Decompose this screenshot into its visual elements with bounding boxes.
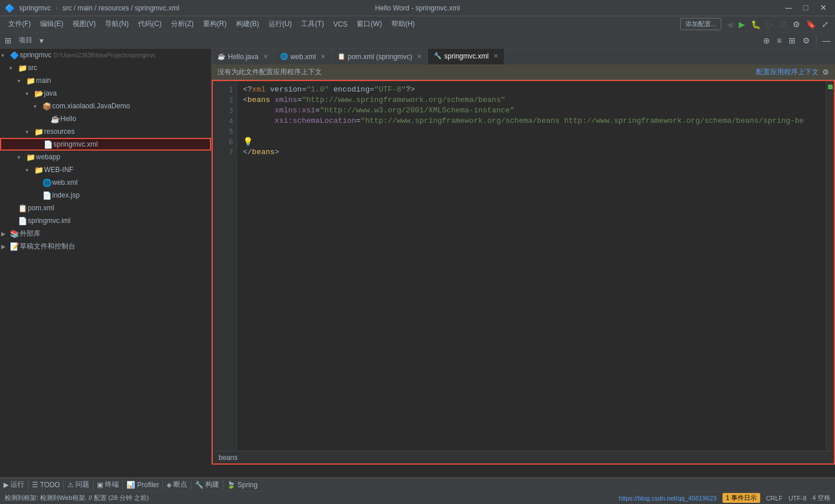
tab-close-icon[interactable]: ✕ — [493, 53, 498, 59]
indent-indicator[interactable]: 4 空格 — [812, 494, 830, 502]
code-line-6: 💡 — [243, 137, 820, 147]
tree-item-main[interactable]: ▾ 📁 main — [0, 74, 211, 87]
tree-item-pom[interactable]: ▾ 📋 pom.xml — [0, 202, 211, 214]
tree-item-iml[interactable]: ▾ 📄 springmvc.iml — [0, 214, 211, 227]
menu-item-build[interactable]: 构建(B) — [233, 18, 263, 30]
tree-item-webapp[interactable]: ▾ 📁 webapp — [0, 151, 211, 163]
tree-item-root[interactable]: ▾ 🔷 springmvc D:\Users\23638\IdeaProject… — [0, 49, 211, 61]
build-tool-button[interactable]: 🔧 构建 — [191, 478, 223, 492]
external-lib-icon: 📚 — [9, 229, 20, 238]
tree-item-scratch[interactable]: ▶ 📝 草稿文件和控制台 — [0, 240, 211, 253]
project-label: 项目 — [16, 35, 35, 45]
back-icon[interactable]: ◀ — [725, 19, 735, 30]
todo-button[interactable]: ☰ TODO — [28, 478, 63, 492]
title-bar-controls: ─ □ ✕ — [782, 3, 830, 13]
coverage-icon[interactable]: ▷ — [765, 19, 775, 30]
tab-close-icon[interactable]: ✕ — [263, 53, 268, 60]
tree-item-java[interactable]: ▾ 📂 java — [0, 87, 211, 100]
minimize-button[interactable]: ─ — [782, 3, 795, 13]
project-dropdown-icon[interactable]: ▾ — [37, 35, 46, 46]
tree-item-web-xml[interactable]: ▾ 🌐 web.xml — [0, 176, 211, 189]
run-tool-button[interactable]: ▶ 运行 — [0, 478, 28, 492]
tree-item-external-lib[interactable]: ▶ 📚 外部库 — [0, 227, 211, 240]
menu-item-refactor[interactable]: 重构(R) — [199, 18, 230, 30]
tab-pom-xml-label: pom.xml (springmvc) — [348, 53, 412, 61]
line-num-7: 7 — [213, 147, 233, 158]
tree-item-springmvc-xml[interactable]: ▾ 📄 springmvc.xml — [0, 138, 211, 151]
notification-badge[interactable]: 1 事件日示 — [723, 493, 760, 503]
spring-label: Spring — [237, 481, 257, 489]
menu-item-analyze[interactable]: 分析(Z) — [168, 18, 197, 30]
maximize-button[interactable]: □ — [800, 3, 812, 13]
new-file-icon[interactable]: ⊕ — [761, 35, 772, 46]
close-button[interactable]: ✕ — [816, 3, 830, 13]
tab-pom-xml[interactable]: 📋 pom.xml (springmvc) ✕ — [332, 49, 428, 64]
info-gear-icon[interactable]: ⚙ — [822, 68, 829, 76]
menu-item-vcs[interactable]: VCS — [330, 19, 351, 30]
profiler-button[interactable]: 📊 Profiler — [123, 478, 162, 492]
problems-button[interactable]: ⚠ 问题 — [64, 478, 93, 492]
tree-item-index-jsp[interactable]: ▾ 📄 index.jsp — [0, 189, 211, 202]
menu-item-code[interactable]: 代码(C) — [135, 18, 165, 30]
csdn-link[interactable]: https://blog.csdn.net/qq_45619623 — [619, 495, 717, 502]
collapse-all-icon[interactable]: ⊞ — [2, 35, 14, 46]
code-content[interactable]: <?xml version="1.0" encoding="UTF-8"?> <… — [237, 81, 826, 451]
menu-item-file[interactable]: 文件(F) — [5, 18, 34, 30]
tree-item-resources[interactable]: ▾ 📁 resources — [0, 125, 211, 138]
add-config-button[interactable]: 添加配置... — [680, 18, 721, 30]
tab-hello-java[interactable]: ☕ Hello.java ✕ — [212, 49, 274, 64]
terminal-button[interactable]: ▣ 终端 — [93, 478, 122, 492]
tree-item-webinf[interactable]: ▾ 📁 WEB-INF — [0, 163, 211, 176]
web-xml-label: web.xml — [52, 178, 78, 187]
xml-file-icon: 📄 — [43, 140, 53, 149]
more-run-icon[interactable]: ⚙ — [791, 19, 802, 30]
menu-item-help[interactable]: 帮助(H) — [388, 18, 419, 30]
main-layout: ▾ 🔷 springmvc D:\Users\23638\IdeaProject… — [0, 49, 835, 465]
tree-item-hello[interactable]: ▾ ☕ Hello — [0, 112, 211, 125]
breakpoints-button[interactable]: ◈ 断点 — [163, 478, 191, 492]
breakpoints-icon: ◈ — [166, 481, 172, 489]
status-left-text: 检测到框架: 检测到Web框架. // 配置 (28 分钟 之前) — [5, 494, 149, 502]
menu-item-window[interactable]: 窗口(W) — [353, 18, 385, 30]
encoding-indicator[interactable]: UTF-8 — [789, 495, 807, 502]
close-panel-icon[interactable]: — — [820, 35, 833, 46]
bookmark-icon[interactable]: 🔖 — [804, 19, 818, 30]
title-bar-left: 🔷 springmvc › src / main / resources / s… — [5, 3, 179, 13]
profiler-icon: 📊 — [126, 481, 135, 489]
menu-item-tools[interactable]: 工具(T) — [297, 18, 327, 30]
breadcrumb-app: springmvc — [19, 4, 51, 12]
xml-tab-icon: 🔧 — [434, 52, 442, 60]
profile-icon[interactable]: ⏱ — [777, 19, 789, 30]
tab-close-icon[interactable]: ✕ — [417, 53, 422, 60]
title-bar-title: Hello Word - springmvc.xml — [375, 4, 460, 12]
run-icon[interactable]: ▶ — [737, 19, 747, 30]
settings-icon[interactable]: ⚙ — [800, 35, 812, 46]
line-num-1: 1 — [213, 85, 233, 95]
tree-item-src[interactable]: ▾ 📁 src — [0, 61, 211, 74]
problems-icon: ⚠ — [67, 481, 74, 489]
tab-close-icon[interactable]: ✕ — [321, 53, 325, 60]
tree-item-package[interactable]: ▾ 📦 com.xiaolaodi.JavaDemo — [0, 100, 211, 112]
menu-item-edit[interactable]: 编辑(E) — [37, 18, 67, 30]
menu-item-run[interactable]: 运行(U) — [265, 18, 296, 30]
external-lib-label: 外部库 — [20, 229, 41, 239]
code-breadcrumb: beans — [213, 451, 834, 463]
tab-hello-java-label: Hello.java — [228, 53, 259, 61]
configure-context-link[interactable]: 配置应用程序上下文 — [756, 67, 819, 77]
code-line-1: <?xml version="1.0" encoding="UTF-8"?> — [243, 85, 820, 95]
code-editor[interactable]: 1 2 3 4 5 6 7 <?xml version="1.0" encodi… — [213, 81, 834, 451]
spring-button[interactable]: 🍃 Spring — [223, 478, 261, 492]
layout-icon[interactable]: ≡ — [775, 35, 784, 46]
menu-item-view[interactable]: 视图(V) — [69, 18, 99, 30]
spring-icon: 🍃 — [227, 481, 235, 489]
debug-icon[interactable]: 🐛 — [749, 19, 763, 30]
sort-icon[interactable]: ⊞ — [786, 35, 798, 46]
tab-web-xml[interactable]: 🌐 web.xml ✕ — [274, 49, 332, 64]
tab-springmvc-xml[interactable]: 🔧 springmvc.xml ✕ — [428, 49, 504, 64]
expand-icon[interactable]: ⤢ — [820, 19, 830, 30]
menu-item-navigate[interactable]: 导航(N) — [101, 18, 132, 30]
arrow-icon: ▶ — [1, 231, 9, 237]
crlf-indicator[interactable]: CRLF — [766, 495, 783, 502]
terminal-label: 终端 — [105, 480, 119, 490]
arrow-icon: ▶ — [1, 243, 9, 250]
